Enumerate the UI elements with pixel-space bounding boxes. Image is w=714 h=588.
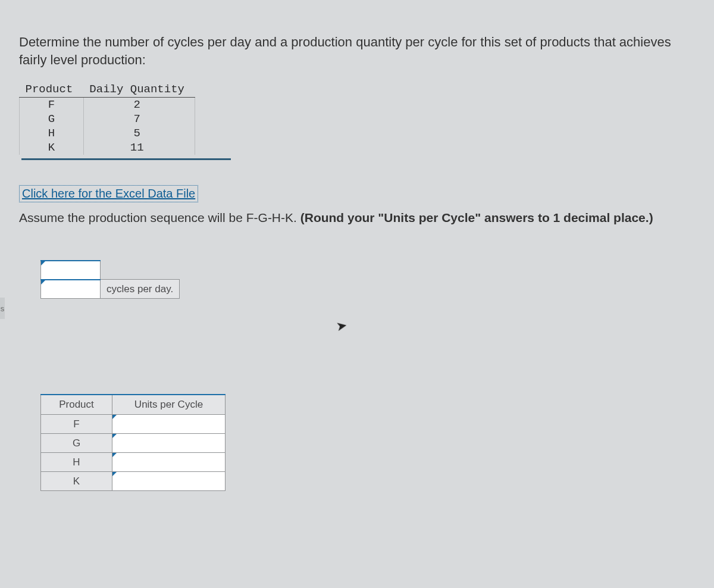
cycles-per-day-input-group: cycles per day. (40, 260, 180, 299)
question-page: Determine the number of cycles per day a… (0, 0, 714, 509)
units-input-H[interactable] (112, 453, 226, 472)
cell-qty: 7 (83, 112, 195, 126)
table-underline (21, 158, 231, 160)
cell-qty: 2 (83, 98, 195, 112)
header-product: Product (20, 82, 84, 98)
cell-product: H (41, 453, 112, 472)
cycles-per-day-input-2[interactable] (41, 280, 101, 299)
units-per-cycle-table: Product Units per Cycle F G H K (40, 394, 226, 491)
cycles-per-day-input[interactable] (41, 261, 101, 280)
table-row: G 7 (20, 112, 195, 126)
question-prompt: Determine the number of cycles per day a… (19, 33, 674, 68)
header-units-per-cycle: Units per Cycle (112, 395, 226, 415)
page-edge-marker: s (0, 298, 5, 319)
instruction-text: Assume the production sequence will be F… (19, 209, 674, 226)
cell-qty: 11 (83, 140, 195, 155)
edit-corner-icon (41, 280, 45, 284)
cell-product: H (20, 126, 84, 140)
edit-corner-icon (112, 472, 117, 476)
edit-corner-icon (112, 434, 117, 438)
header-daily-quantity: Daily Quantity (83, 82, 195, 98)
cell-product: K (41, 472, 112, 491)
cell-qty: 5 (83, 126, 195, 140)
table-row: K (41, 472, 226, 491)
table-row: F 2 (20, 98, 195, 112)
cell-product: G (41, 434, 112, 453)
excel-data-file-link[interactable]: Click here for the Excel Data File (19, 185, 198, 202)
units-input-F[interactable] (112, 415, 226, 434)
answer-block: cycles per day. (40, 260, 696, 299)
table-row: H (41, 453, 226, 472)
cell-product: F (41, 415, 112, 434)
units-input-G[interactable] (112, 434, 226, 453)
cell-product: G (20, 112, 84, 126)
edit-corner-icon (112, 415, 117, 419)
daily-quantity-table: Product Daily Quantity F 2 G 7 H 5 K 11 (19, 82, 195, 155)
table-row: H 5 (20, 126, 195, 140)
instruction-bold: (Round your "Units per Cycle" answers to… (300, 211, 653, 224)
table-row: K 11 (20, 140, 195, 155)
units-input-K[interactable] (112, 472, 226, 491)
units-per-cycle-answer-block: Product Units per Cycle F G H K (40, 394, 696, 491)
instruction-pre: Assume the production sequence will be F… (19, 211, 300, 224)
cell-product: F (20, 98, 84, 112)
cell-product: K (20, 140, 84, 155)
header-product: Product (41, 395, 112, 415)
edit-corner-icon (41, 261, 45, 265)
edit-corner-icon (112, 453, 117, 457)
cycles-per-day-label: cycles per day. (101, 280, 180, 299)
table-row: G (41, 434, 226, 453)
table-row: F (41, 415, 226, 434)
